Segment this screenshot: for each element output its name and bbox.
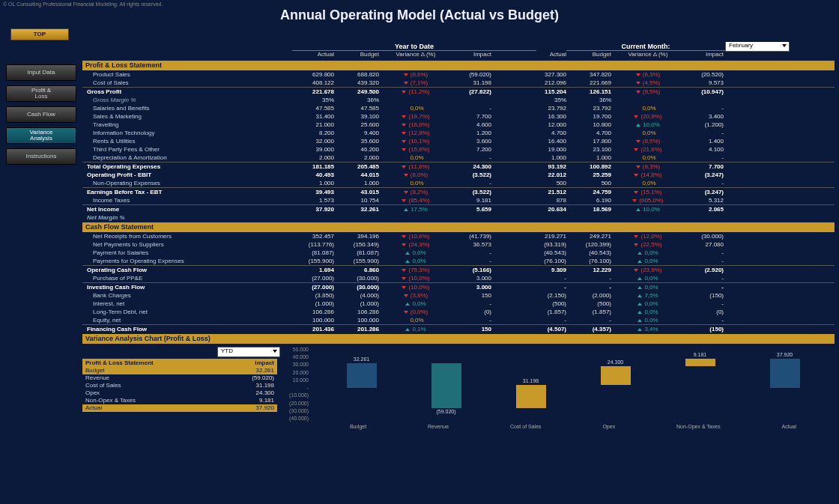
nav-button[interactable]: Instructions — [6, 148, 76, 165]
data-row: Financing Cash Flow201.436201.2860,1%150… — [82, 324, 835, 333]
data-row: Sales & Marketing31.40039.100(19,7%)7.70… — [82, 112, 835, 121]
data-row: Equity, net100.000100.0000,0%---0,0%- — [82, 316, 835, 324]
page-title: Annual Operating Model (Actual vs Budget… — [0, 7, 839, 23]
chart-bar: 31.198 — [509, 350, 554, 419]
data-row: Interest, net(1.000)(1.000)0,0%-(500)(50… — [82, 300, 835, 308]
chart-bar: 32.261 — [339, 350, 384, 419]
group-header-row: Year to Date Current Month: February — [82, 42, 835, 51]
y-tick-label: 20.000 — [282, 370, 309, 375]
section-bar: Cash Flow Statement — [82, 222, 835, 232]
y-tick-label: (20.000) — [282, 401, 309, 406]
nav-button[interactable]: Cash Flow — [6, 106, 76, 123]
data-row: Cost of Sales408.122439.320(7,1%)31.1982… — [82, 79, 835, 87]
variance-chart: 50.00040.00030.00020.00010.000-(10.000)(… — [282, 347, 835, 429]
y-tick-label: (40.000) — [282, 416, 309, 421]
top-button[interactable]: TOP — [10, 28, 69, 40]
impact-row: Opex24.300 — [82, 389, 277, 397]
nav-button[interactable]: Profit &Loss — [6, 85, 76, 102]
y-tick-label: 50.000 — [282, 347, 309, 352]
column-headers: ActualBudgetVariance Δ (%)ImpactActualBu… — [82, 51, 835, 60]
data-row: Operating Profit - EBIT40.49344.015(8,0%… — [82, 171, 835, 179]
data-row: Net Margin % — [82, 213, 835, 222]
ytd-group-header: Year to Date — [292, 43, 536, 51]
data-row: Operating Cash Flow1.6946.860(75,3%)(5.1… — [82, 265, 835, 274]
impact-row: Revenue(59.020) — [82, 374, 277, 382]
x-tick-label: Budget — [350, 424, 366, 429]
month-select[interactable]: February — [725, 42, 790, 52]
nav-button[interactable]: Input Data — [6, 64, 76, 81]
x-tick-label: Revenue — [428, 424, 449, 429]
data-row: Net Payments to Suppliers(113.776)(150.3… — [82, 240, 835, 249]
copyright-text: © OL Consulting Professional Financial M… — [3, 1, 163, 7]
data-row: Third Party Fees & Other39.00046.200(15,… — [82, 145, 835, 154]
chart-bar: 24.300 — [593, 350, 638, 419]
chart-bar: (59.020) — [424, 350, 469, 419]
impact-row: Budget32.261 — [82, 367, 277, 374]
data-rows-container: Profit & Loss StatementProduct Sales629.… — [82, 61, 835, 333]
data-row: Long-Term Debt, net106.286106.286(0,0%)(… — [82, 308, 835, 316]
chart-bar: 37.920 — [763, 350, 808, 419]
data-row: Bank Charges(3.850)(4.000)(3,8%)150(2.15… — [82, 291, 835, 300]
data-row: Salaries and Benefits47.58547.5850,0%-23… — [82, 104, 835, 112]
data-row: Rents & Utilities32.00035.600(10,1%)3.60… — [82, 137, 835, 145]
x-tick-label: Non-Opex & Taxes — [676, 424, 721, 429]
x-tick-label: Opex — [602, 424, 615, 429]
data-row: Purchase of PP&E(27.000)(30.000)(10,0%)3… — [82, 274, 835, 282]
y-tick-label: 40.000 — [282, 354, 309, 359]
data-row: Travelling21.00025.600(18,0%)4.60012.000… — [82, 121, 835, 129]
section-bar: Profit & Loss Statement — [82, 61, 835, 70]
data-row: Net Income37.92032.26117,5%5.65920.63418… — [82, 204, 835, 213]
data-row: Investing Cash Flow(27.000)(30.000)(10,0… — [82, 282, 835, 291]
month-group-header: Current Month: — [566, 43, 725, 51]
data-row: Net Receipts from Customers352.457394.19… — [82, 232, 835, 240]
impact-row: Actual37.920 — [82, 404, 277, 412]
y-tick-label: (30.000) — [282, 408, 309, 413]
impact-summary-box: YTD Profit & Loss StatementImpact Budget… — [82, 347, 277, 412]
chart-section-bar: Variance Analysis Chart (Profit & Loss) — [82, 334, 835, 344]
x-tick-label: Cost of Sales — [510, 424, 542, 429]
chart-bar: 9.181 — [678, 350, 723, 419]
data-row: Gross Profit221.678249.500(11,2%)(27.822… — [82, 87, 835, 96]
y-tick-label: 30.000 — [282, 362, 309, 367]
impact-row: Non-Opex & Taxes9.181 — [82, 397, 277, 404]
data-row: Depreciation & Amortization2.0002.0000,0… — [82, 154, 835, 162]
y-tick-label: 10.000 — [282, 377, 309, 383]
data-row: Total Operating Expenses181.185205.485(1… — [82, 162, 835, 171]
x-tick-label: Actual — [782, 424, 796, 429]
data-row: Product Sales629.800688.820(8,6%)(59.020… — [82, 70, 835, 79]
data-row: Non-Operating Expenses1.0001.0000,0%-500… — [82, 179, 835, 187]
data-row: Information Technology8.2009.400(12,8%)1… — [82, 129, 835, 137]
data-row: Payments for Operating Expenses(155.900)… — [82, 257, 835, 265]
y-tick-label: (10.000) — [282, 392, 309, 398]
data-row: Payment for Salaries(81.087)(81.087)0,0%… — [82, 249, 835, 257]
sidebar-nav: Input DataProfit &LossCash FlowVarianceA… — [6, 64, 76, 169]
impact-row: Cost of Sales31.198 — [82, 382, 277, 389]
data-row: Income Taxes1.57310.754(85,4%)9.1818786.… — [82, 196, 835, 204]
y-tick-label: - — [282, 385, 309, 390]
impact-header: Profit & Loss StatementImpact — [82, 359, 277, 367]
nav-button[interactable]: VarianceAnalysis — [6, 127, 76, 144]
main-content: Year to Date Current Month: February Act… — [82, 42, 835, 501]
period-select[interactable]: YTD — [217, 347, 280, 357]
data-row: Gross Margin %35%36%35%36% — [82, 96, 835, 104]
data-row: Earnings Before Tax - EBT39.49343.015(8,… — [82, 187, 835, 196]
